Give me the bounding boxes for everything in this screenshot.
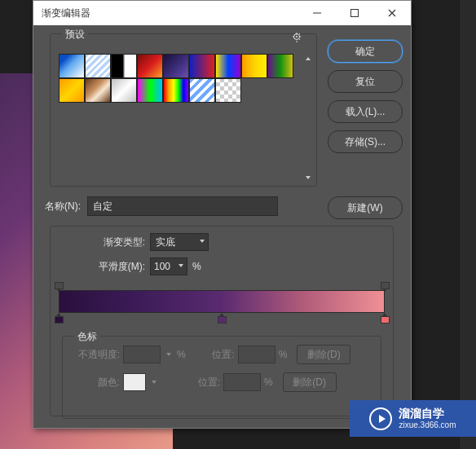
position-label: 位置:: [174, 376, 220, 390]
preset-swatch[interactable]: [137, 54, 163, 78]
app-right-sidebar: [459, 0, 476, 449]
new-button[interactable]: 新建(W): [328, 196, 403, 219]
opacity-field[interactable]: [123, 346, 161, 363]
percent-label: %: [264, 376, 273, 388]
gradient-editor: [59, 282, 385, 331]
name-row: 名称(N):: [45, 196, 278, 216]
reset-button[interactable]: 复位: [328, 70, 403, 93]
percent-label: %: [279, 349, 288, 360]
svg-rect-0: [313, 13, 321, 14]
preset-swatch[interactable]: [111, 54, 137, 78]
delete-color-stop-button[interactable]: 删除(D): [283, 372, 337, 392]
dialog-buttons: 确定 复位 载入(L)... 存储(S)...: [328, 40, 403, 161]
opacity-stepper-icon[interactable]: [164, 346, 174, 363]
opacity-stops-track[interactable]: [59, 282, 385, 290]
name-label: 名称(N):: [45, 200, 81, 213]
color-pos-field[interactable]: [223, 373, 261, 391]
smoothness-label: 平滑度(M):: [59, 260, 145, 274]
preset-swatch[interactable]: [215, 54, 241, 78]
stops-label: 色标: [74, 330, 100, 344]
preset-swatch[interactable]: [267, 54, 293, 78]
preset-swatch[interactable]: [137, 78, 163, 103]
preset-swatch[interactable]: [215, 78, 241, 103]
color-stop[interactable]: [55, 313, 64, 323]
opacity-stop[interactable]: [55, 282, 64, 291]
save-button[interactable]: 存储(S)...: [328, 130, 403, 153]
stops-subpanel: 色标 不透明度: % 位置: % 删除(D) 颜色: 位置:: [62, 336, 381, 419]
play-icon: [369, 407, 392, 430]
presets-scrollbar[interactable]: [302, 52, 315, 184]
color-stop[interactable]: [381, 313, 390, 323]
window-title: 渐变编辑器: [33, 7, 298, 20]
name-input[interactable]: [87, 196, 278, 216]
preset-swatch[interactable]: [241, 54, 267, 78]
opacity-stop[interactable]: [381, 282, 390, 291]
preset-swatch[interactable]: [189, 78, 215, 103]
color-stop[interactable]: [218, 313, 227, 323]
maximize-button[interactable]: [336, 1, 373, 25]
scroll-down-icon[interactable]: [302, 171, 315, 184]
preset-swatch[interactable]: [85, 78, 111, 103]
ok-button[interactable]: 确定: [328, 40, 403, 63]
svg-point-3: [296, 36, 298, 37]
color-picker-caret-icon[interactable]: [149, 374, 159, 390]
color-swatch-field[interactable]: [123, 373, 146, 391]
minimize-button[interactable]: [298, 1, 336, 25]
position-label: 位置:: [189, 348, 235, 362]
delete-opacity-stop-button[interactable]: 删除(D): [297, 345, 350, 364]
watermark-title: 溜溜自学: [399, 407, 456, 420]
watermark-url: zixue.3d66.com: [399, 420, 456, 429]
preset-swatch[interactable]: [163, 78, 189, 103]
grad-type-label: 渐变类型:: [59, 236, 145, 249]
presets-panel: 预设: [50, 33, 317, 187]
smoothness-input[interactable]: 100: [150, 258, 187, 275]
preset-swatch[interactable]: [59, 78, 85, 103]
presets-menu-icon[interactable]: [292, 31, 303, 42]
preset-swatch[interactable]: [163, 54, 189, 78]
percent-label: %: [177, 349, 186, 360]
presets-grid: [51, 42, 302, 111]
percent-label: %: [192, 261, 201, 272]
preset-swatch[interactable]: [85, 54, 111, 78]
opacity-pos-field[interactable]: [238, 346, 275, 363]
preset-swatch[interactable]: [111, 78, 137, 103]
color-label: 颜色:: [71, 376, 120, 390]
svg-rect-1: [351, 10, 359, 17]
preset-swatch[interactable]: [189, 54, 215, 78]
opacity-label: 不透明度:: [71, 348, 120, 362]
preset-swatch[interactable]: [59, 54, 85, 78]
watermark: 溜溜自学 zixue.3d66.com: [350, 400, 476, 437]
load-button[interactable]: 载入(L)...: [328, 100, 403, 123]
presets-label: 预设: [62, 28, 88, 42]
close-button[interactable]: [373, 1, 411, 25]
grad-type-select[interactable]: 实底: [150, 233, 209, 251]
color-stops-track[interactable]: [59, 313, 385, 323]
gradient-panel: 渐变类型: 实底 平滑度(M): 100 % 色标 不透明度: %: [50, 226, 394, 416]
scroll-up-icon[interactable]: [302, 52, 315, 65]
titlebar[interactable]: 渐变编辑器: [33, 1, 411, 25]
gradient-bar[interactable]: [59, 290, 385, 313]
gradient-editor-dialog: 渐变编辑器 预设 确定 复位: [33, 0, 412, 429]
